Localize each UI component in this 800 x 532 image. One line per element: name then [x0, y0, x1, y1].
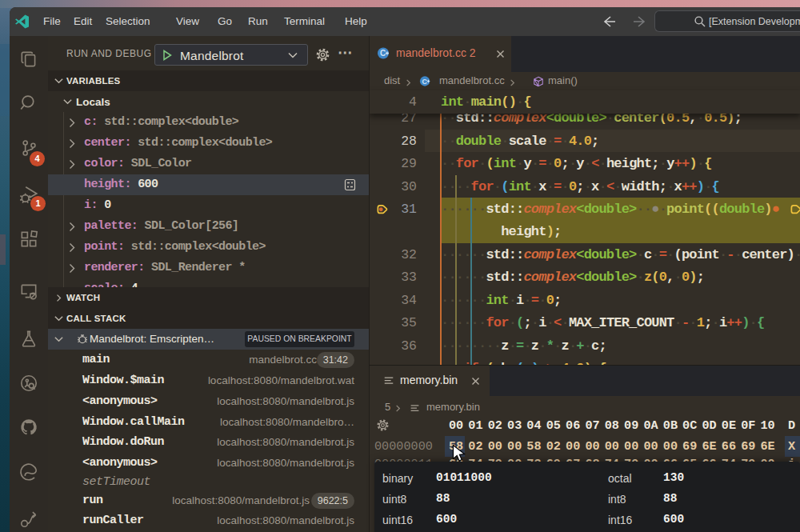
svg-text:C: C [380, 49, 386, 58]
svg-text:C: C [422, 78, 428, 86]
